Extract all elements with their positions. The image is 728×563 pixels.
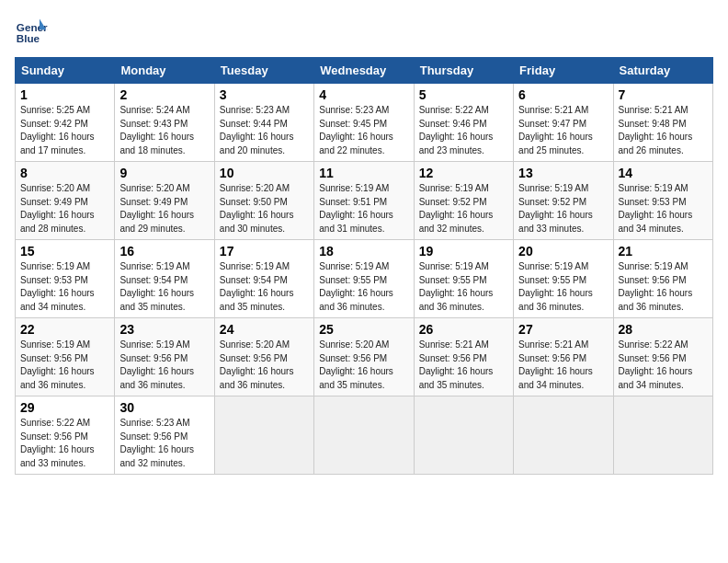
day-info: Sunrise: 5:21 AMSunset: 9:56 PMDaylight:… (518, 339, 593, 390)
day-info: Sunrise: 5:19 AMSunset: 9:56 PMDaylight:… (619, 261, 693, 312)
calendar-cell: 23 Sunrise: 5:19 AMSunset: 9:56 PMDaylig… (115, 318, 214, 396)
calendar-cell: 24 Sunrise: 5:20 AMSunset: 9:56 PMDaylig… (214, 318, 313, 396)
calendar-cell: 1 Sunrise: 5:25 AMSunset: 9:42 PMDayligh… (16, 84, 115, 162)
day-number: 29 (20, 400, 109, 415)
day-number: 17 (220, 244, 309, 259)
calendar-cell: 17 Sunrise: 5:19 AMSunset: 9:54 PMDaylig… (214, 240, 313, 318)
day-number: 26 (419, 322, 508, 337)
calendar-week-row: 8 Sunrise: 5:20 AMSunset: 9:49 PMDayligh… (16, 162, 713, 240)
day-info: Sunrise: 5:20 AMSunset: 9:50 PMDaylight:… (220, 183, 294, 234)
day-number: 6 (518, 87, 608, 102)
day-info: Sunrise: 5:19 AMSunset: 9:55 PMDaylight:… (419, 261, 494, 312)
day-info: Sunrise: 5:19 AMSunset: 9:53 PMDaylight:… (619, 183, 693, 234)
calendar-week-row: 1 Sunrise: 5:25 AMSunset: 9:42 PMDayligh… (16, 84, 713, 162)
calendar-cell (414, 396, 513, 475)
day-info: Sunrise: 5:20 AMSunset: 9:49 PMDaylight:… (20, 183, 95, 234)
day-info: Sunrise: 5:21 AMSunset: 9:47 PMDaylight:… (518, 105, 593, 155)
day-info: Sunrise: 5:22 AMSunset: 9:46 PMDaylight:… (419, 105, 494, 155)
calendar-week-row: 29 Sunrise: 5:22 AMSunset: 9:56 PMDaylig… (16, 396, 713, 475)
day-number: 19 (419, 244, 508, 259)
day-info: Sunrise: 5:23 AMSunset: 9:56 PMDaylight:… (119, 418, 194, 468)
day-number: 12 (419, 166, 508, 180)
calendar-week-row: 22 Sunrise: 5:19 AMSunset: 9:56 PMDaylig… (16, 318, 713, 396)
calendar-cell (214, 396, 313, 475)
day-number: 13 (518, 166, 608, 180)
weekday-header: Sunday (16, 58, 115, 84)
day-info: Sunrise: 5:20 AMSunset: 9:56 PMDaylight:… (220, 339, 294, 390)
day-info: Sunrise: 5:19 AMSunset: 9:56 PMDaylight:… (20, 339, 95, 390)
day-number: 4 (319, 87, 408, 102)
day-info: Sunrise: 5:22 AMSunset: 9:56 PMDaylight:… (20, 418, 95, 468)
calendar-cell: 22 Sunrise: 5:19 AMSunset: 9:56 PMDaylig… (16, 318, 115, 396)
day-info: Sunrise: 5:19 AMSunset: 9:51 PMDaylight:… (319, 183, 393, 234)
day-number: 22 (20, 322, 109, 337)
day-info: Sunrise: 5:23 AMSunset: 9:45 PMDaylight:… (319, 105, 393, 155)
calendar-cell: 5 Sunrise: 5:22 AMSunset: 9:46 PMDayligh… (414, 84, 513, 162)
calendar-cell: 13 Sunrise: 5:19 AMSunset: 9:52 PMDaylig… (514, 162, 613, 240)
calendar-cell (514, 396, 613, 475)
day-info: Sunrise: 5:21 AMSunset: 9:48 PMDaylight:… (619, 105, 693, 155)
weekday-header: Monday (115, 58, 214, 84)
calendar-cell: 9 Sunrise: 5:20 AMSunset: 9:49 PMDayligh… (115, 162, 214, 240)
day-info: Sunrise: 5:19 AMSunset: 9:55 PMDaylight:… (518, 261, 593, 312)
day-info: Sunrise: 5:20 AMSunset: 9:49 PMDaylight:… (119, 183, 194, 234)
weekday-header: Friday (514, 58, 613, 84)
day-info: Sunrise: 5:19 AMSunset: 9:54 PMDaylight:… (119, 261, 194, 312)
calendar-cell: 27 Sunrise: 5:21 AMSunset: 9:56 PMDaylig… (514, 318, 613, 396)
day-number: 25 (319, 322, 408, 337)
calendar-cell: 21 Sunrise: 5:19 AMSunset: 9:56 PMDaylig… (613, 240, 712, 318)
day-info: Sunrise: 5:19 AMSunset: 9:52 PMDaylight:… (419, 183, 494, 234)
day-info: Sunrise: 5:24 AMSunset: 9:43 PMDaylight:… (119, 105, 194, 155)
day-number: 16 (119, 244, 209, 259)
day-info: Sunrise: 5:19 AMSunset: 9:56 PMDaylight:… (119, 339, 194, 390)
day-info: Sunrise: 5:19 AMSunset: 9:55 PMDaylight:… (319, 261, 393, 312)
calendar-cell: 14 Sunrise: 5:19 AMSunset: 9:53 PMDaylig… (613, 162, 712, 240)
weekday-header: Thursday (414, 58, 513, 84)
day-number: 20 (518, 244, 608, 259)
weekday-header: Wednesday (314, 58, 414, 84)
calendar-table: SundayMondayTuesdayWednesdayThursdayFrid… (15, 57, 713, 475)
calendar-cell: 29 Sunrise: 5:22 AMSunset: 9:56 PMDaylig… (16, 396, 115, 475)
day-info: Sunrise: 5:20 AMSunset: 9:56 PMDaylight:… (319, 339, 393, 390)
calendar-cell: 28 Sunrise: 5:22 AMSunset: 9:56 PMDaylig… (613, 318, 712, 396)
day-number: 23 (119, 322, 209, 337)
day-number: 9 (119, 166, 209, 180)
calendar-cell: 7 Sunrise: 5:21 AMSunset: 9:48 PMDayligh… (613, 84, 712, 162)
logo-icon: General Blue (15, 15, 48, 48)
calendar-cell: 10 Sunrise: 5:20 AMSunset: 9:50 PMDaylig… (214, 162, 313, 240)
day-info: Sunrise: 5:23 AMSunset: 9:44 PMDaylight:… (220, 105, 294, 155)
calendar-cell: 26 Sunrise: 5:21 AMSunset: 9:56 PMDaylig… (414, 318, 513, 396)
day-number: 2 (119, 87, 209, 102)
day-number: 3 (220, 87, 309, 102)
svg-text:Blue: Blue (17, 32, 40, 44)
day-number: 5 (419, 87, 508, 102)
day-number: 7 (619, 87, 708, 102)
calendar-cell (613, 396, 712, 475)
calendar-cell: 30 Sunrise: 5:23 AMSunset: 9:56 PMDaylig… (115, 396, 214, 475)
calendar-cell: 25 Sunrise: 5:20 AMSunset: 9:56 PMDaylig… (314, 318, 414, 396)
calendar-cell: 11 Sunrise: 5:19 AMSunset: 9:51 PMDaylig… (314, 162, 414, 240)
header: General Blue (15, 15, 713, 48)
calendar-cell: 2 Sunrise: 5:24 AMSunset: 9:43 PMDayligh… (115, 84, 214, 162)
calendar-cell: 16 Sunrise: 5:19 AMSunset: 9:54 PMDaylig… (115, 240, 214, 318)
calendar-cell: 18 Sunrise: 5:19 AMSunset: 9:55 PMDaylig… (314, 240, 414, 318)
day-info: Sunrise: 5:19 AMSunset: 9:54 PMDaylight:… (220, 261, 294, 312)
day-number: 10 (220, 166, 309, 180)
weekday-header: Tuesday (214, 58, 313, 84)
day-info: Sunrise: 5:19 AMSunset: 9:52 PMDaylight:… (518, 183, 593, 234)
calendar-cell: 4 Sunrise: 5:23 AMSunset: 9:45 PMDayligh… (314, 84, 414, 162)
day-info: Sunrise: 5:25 AMSunset: 9:42 PMDaylight:… (20, 105, 95, 155)
calendar-week-row: 15 Sunrise: 5:19 AMSunset: 9:53 PMDaylig… (16, 240, 713, 318)
day-number: 28 (619, 322, 708, 337)
day-info: Sunrise: 5:21 AMSunset: 9:56 PMDaylight:… (419, 339, 494, 390)
calendar-cell: 19 Sunrise: 5:19 AMSunset: 9:55 PMDaylig… (414, 240, 513, 318)
calendar-cell: 20 Sunrise: 5:19 AMSunset: 9:55 PMDaylig… (514, 240, 613, 318)
calendar-cell: 3 Sunrise: 5:23 AMSunset: 9:44 PMDayligh… (214, 84, 313, 162)
day-number: 27 (518, 322, 608, 337)
day-number: 1 (20, 87, 109, 102)
calendar-header: SundayMondayTuesdayWednesdayThursdayFrid… (16, 58, 713, 84)
logo: General Blue (15, 15, 48, 48)
calendar-cell: 8 Sunrise: 5:20 AMSunset: 9:49 PMDayligh… (16, 162, 115, 240)
day-number: 15 (20, 244, 109, 259)
day-number: 21 (619, 244, 708, 259)
